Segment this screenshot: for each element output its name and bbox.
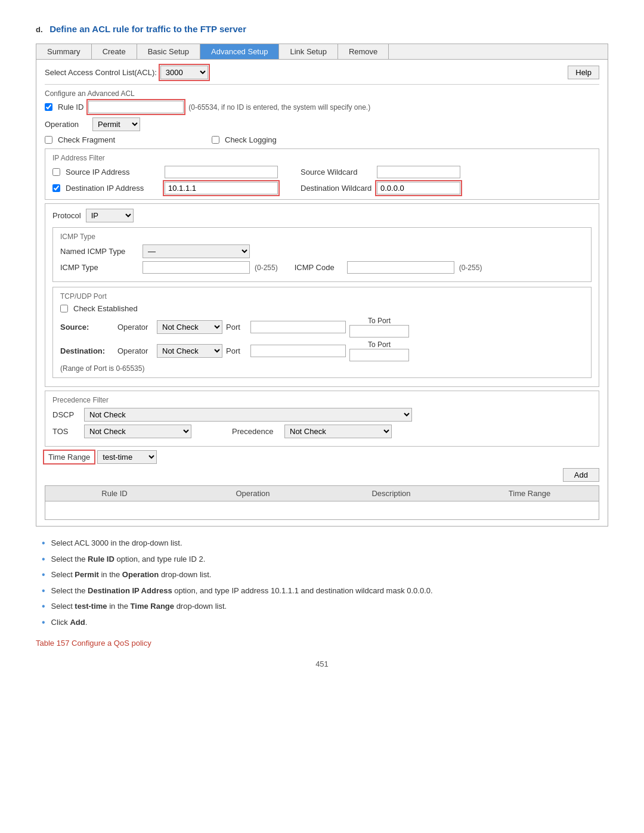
acl-select-dropdown[interactable]: 3000 [160,66,208,79]
rule-id-input[interactable]: 2 [88,101,184,113]
col-operation: Operation [184,486,322,501]
dest-wildcard-label: Destination Wildcard [301,184,372,193]
rule-id-note: (0-65534, if no ID is entered, the syste… [188,103,370,112]
rule-id-row: Rule ID 2 (0-65534, if no ID is entered,… [45,101,599,113]
rule-table: Rule ID Operation Description Time Range [45,485,599,520]
ip-filter-title: IP Address Filter [52,154,592,162]
tab-bar: Summary Create Basic Setup Advanced Setu… [36,44,608,60]
rule-id-label: Rule ID [58,103,83,112]
source-ip-group: Source IP Address [52,168,160,176]
bullet-text-3: Select Permit in the Operation drop-down… [51,569,212,581]
source-to-port-label: To Port [368,317,391,325]
dest-wildcard-input[interactable] [377,182,460,194]
icmp-code-label: ICMP Code [295,263,342,272]
help-button[interactable]: Help [568,66,599,79]
icmp-code-input[interactable] [347,261,454,274]
bullet-text-1: Select ACL 3000 in the drop-down list. [51,537,182,549]
source-wildcard-input[interactable] [377,166,460,178]
table-body [45,501,599,519]
source-ip-label: Source IP Address [66,168,129,176]
check-logging-label: Check Logging [225,135,277,144]
source-port-row: Source: Operator Not Check Port To Port [60,317,584,337]
tos-label: TOS [52,427,79,436]
precedence-filter-box: Precedence Filter DSCP Not Check TOS Not… [45,391,599,447]
dest-to-port-input[interactable] [349,349,409,361]
source-ip-input[interactable] [165,166,278,178]
tab-advanced-setup[interactable]: Advanced Setup [200,44,279,59]
tab-summary[interactable]: Summary [36,44,92,59]
bullet-dot-5: • [42,600,45,612]
rule-id-checkbox[interactable] [45,103,52,111]
dest-label: Destination: [60,346,114,355]
check-fragment-label: Check Fragment [58,135,115,144]
operation-dropdown[interactable]: Permit Deny [92,117,140,131]
bullet-6: • Click Add. [42,617,608,628]
dest-to-port-group: To Port [349,340,409,361]
source-port-input[interactable] [250,321,346,333]
dest-port-input[interactable] [250,345,346,357]
source-operator-dropdown[interactable]: Not Check [157,320,222,334]
icmp-type-row: ICMP Type (0-255) ICMP Code (0-255) [60,261,584,274]
bullet-2: • Select the Rule ID option, and type ru… [42,553,608,565]
tcp-udp-port-box: TCP/UDP Port Check Established Source: O… [52,287,592,378]
precedence-title: Precedence Filter [52,396,592,404]
section-prefix: d. [36,25,43,34]
source-to-port-input[interactable] [349,325,409,337]
source-to-port-group: To Port [349,317,409,337]
named-icmp-dropdown[interactable]: — [143,244,250,258]
col-time-range: Time Range [460,486,599,501]
check-logging-checkbox[interactable] [212,136,219,144]
icmp-type-title: ICMP Type [60,233,584,241]
icmp-type-input[interactable] [143,261,250,274]
tab-remove[interactable]: Remove [338,44,389,59]
time-range-dropdown[interactable]: test-time [97,450,157,464]
tos-dropdown[interactable]: Not Check [84,425,191,438]
protocol-box: Protocol IPTCPUDPICMP ICMP Type Named IC… [45,203,599,387]
dest-ip-checkbox[interactable] [52,184,60,192]
bullet-3: • Select Permit in the Operation drop-do… [42,569,608,581]
source-operator-label: Operator [117,323,153,332]
bullet-text-6: Click Add. [51,617,88,628]
bullet-list: • Select ACL 3000 in the drop-down list.… [36,537,608,628]
time-range-label: Time Range [45,451,94,463]
check-row: Check Fragment Check Logging [45,135,599,144]
dest-operator-label: Operator [117,346,153,355]
ip-address-filter-box: IP Address Filter Source IP Address Sour… [45,148,599,200]
protocol-label: Protocol [52,211,81,220]
dscp-dropdown[interactable]: Not Check [84,408,412,422]
precedence-label: Precedence [232,427,280,436]
source-label: Source: [60,323,114,332]
tos-row: TOS Not Check Precedence Not Check [52,425,592,438]
dest-operator-dropdown[interactable]: Not Check [157,344,222,358]
bullet-dot-6: • [42,617,45,628]
check-logging-group: Check Logging [212,135,277,144]
check-established-checkbox[interactable] [60,305,68,312]
source-ip-checkbox[interactable] [52,168,60,176]
source-wildcard-label: Source Wildcard [301,168,372,176]
add-button[interactable]: Add [563,468,599,482]
icmp-type-box: ICMP Type Named ICMP Type — ICMP Type (0… [52,227,592,282]
bullet-dot-4: • [42,585,45,596]
tab-basic-setup[interactable]: Basic Setup [137,44,200,59]
check-fragment-checkbox[interactable] [45,136,52,144]
named-icmp-row: Named ICMP Type — [60,244,584,258]
col-rule-id: Rule ID [45,486,184,501]
dest-ip-label: Destination IP Address [66,184,144,193]
bullet-text-4: Select the Destination IP Address option… [51,585,433,597]
main-panel: Summary Create Basic Setup Advanced Setu… [36,44,608,527]
precedence-dropdown[interactable]: Not Check [284,425,392,438]
configure-label: Configure an Advanced ACL [45,89,599,98]
bullet-5: • Select test-time in the Time Range dro… [42,600,608,612]
add-btn-container: Add [45,468,599,482]
operation-label: Operation [45,120,92,129]
tab-link-setup[interactable]: Link Setup [279,44,338,59]
tab-create[interactable]: Create [92,44,137,59]
protocol-dropdown[interactable]: IPTCPUDPICMP [86,209,134,222]
time-range-row: Time Range test-time [45,450,599,464]
dscp-label: DSCP [52,410,79,419]
acl-select-row: Select Access Control List(ACL): 3000 He… [45,66,599,79]
tcp-udp-title: TCP/UDP Port [60,292,584,301]
dest-ip-input[interactable] [165,182,278,194]
bullet-1: • Select ACL 3000 in the drop-down list. [42,537,608,549]
named-icmp-label: Named ICMP Type [60,247,138,256]
